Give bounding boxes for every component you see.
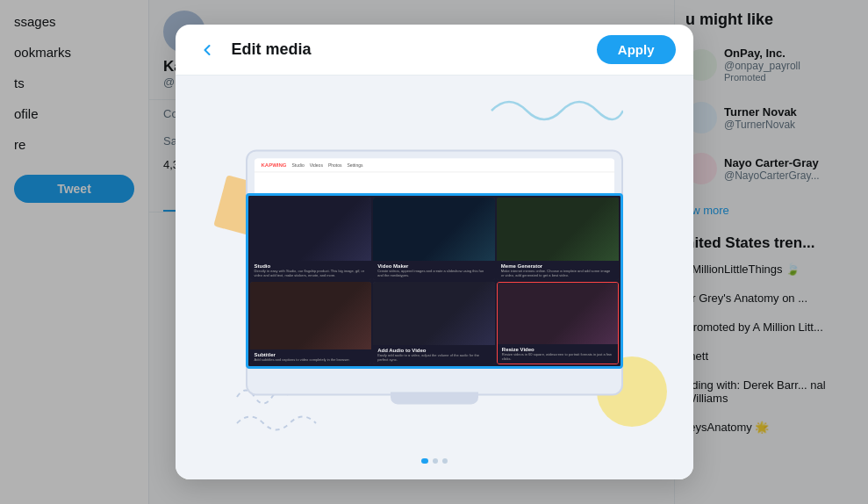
kap-thumb-studio [250, 198, 372, 261]
kap-label-meme: Meme Generator Make internet memes onlin… [497, 261, 619, 280]
kap-cell-resize: Resize Video Resize videos in 60 square,… [497, 282, 619, 364]
kap-cell-sub: Subtitler Add subtitles and captions to … [250, 282, 372, 364]
kapwing-mockup: Studio Directly in easy with Studio, our… [248, 196, 621, 366]
kap-cell-studio: Studio Directly in easy with Studio, our… [250, 198, 372, 280]
modal-body: KAPWING Studio Videos Photos Settings [176, 76, 693, 479]
kap-desc-studio: Directly in easy with Studio, our flagsh… [255, 269, 368, 277]
apply-button[interactable]: Apply [597, 35, 676, 64]
kap-cell-audio: Add Audio to Video Easily add audio to a… [373, 282, 495, 364]
selected-image-frame[interactable]: Studio Directly in easy with Studio, our… [246, 193, 623, 369]
kap-thumb-video [373, 198, 495, 261]
kap-nav-item-4: Settings [347, 162, 362, 168]
laptop-base [391, 392, 478, 404]
modal-overlay: Edit media Apply [0, 0, 868, 504]
kap-label-video: Video Maker Create videos, append images… [373, 261, 495, 280]
kap-desc-video: Create videos, append images and create … [377, 269, 491, 277]
kap-label-resize: Resize Video Resize videos in 60 square,… [498, 344, 618, 364]
kapwing-nav-bg: KAPWING Studio Videos Photos Settings [255, 158, 614, 172]
kap-cell-video: Video Maker Create videos, append images… [373, 198, 495, 280]
kap-nav-item-1: Studio [292, 162, 305, 168]
modal-header: Edit media Apply [176, 25, 693, 76]
kap-thumb-sub [250, 282, 372, 349]
pagination-dots [421, 458, 448, 464]
kap-thumb-audio [373, 282, 495, 345]
kap-thumb-meme [497, 198, 619, 261]
kap-desc-meme: Make internet memes online. Choose a tem… [501, 269, 614, 277]
kap-desc-sub: Add subtitles and captions to video comp… [255, 357, 368, 362]
header-left: Edit media [193, 36, 312, 64]
kap-cell-meme: Meme Generator Make internet memes onlin… [497, 198, 619, 280]
modal-title: Edit media [232, 40, 312, 59]
dot-2[interactable] [433, 458, 438, 464]
kap-desc-audio: Easily add audio to a video, adjust the … [377, 353, 491, 362]
kap-nav-item-3: Photos [328, 162, 342, 168]
kap-nav-item-2: Videos [310, 162, 323, 168]
kap-label-sub: Subtitler Add subtitles and captions to … [250, 349, 372, 364]
kap-label-audio: Add Audio to Video Easily add audio to a… [373, 345, 495, 364]
edit-media-modal: Edit media Apply [176, 25, 693, 479]
kap-label-studio: Studio Directly in easy with Studio, our… [250, 261, 372, 280]
kap-thumb-resize [498, 283, 618, 344]
kap-desc-resize: Resize videos in 60 square, widescreen t… [502, 352, 613, 361]
dot-3[interactable] [442, 458, 448, 464]
kapwing-logo-bg: KAPWING [262, 162, 287, 168]
dot-active[interactable] [421, 458, 428, 464]
deco-squiggle-top [483, 84, 623, 140]
back-button[interactable] [193, 36, 221, 64]
